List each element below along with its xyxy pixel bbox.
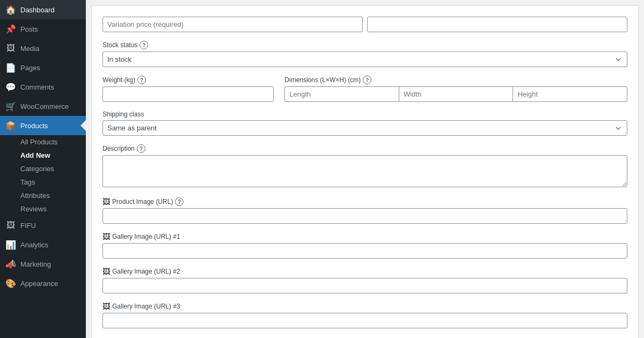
sidebar-item-products: 📦 Products All Products Add New Categori… xyxy=(0,116,86,216)
price-row xyxy=(103,17,627,32)
shipping-class-label: Shipping class xyxy=(103,111,627,118)
description-label: Description ? xyxy=(103,144,627,153)
sidebar-item-marketing-label: Marketing xyxy=(20,260,80,268)
product-image-icon: 🖼 xyxy=(103,197,110,206)
weight-input[interactable] xyxy=(103,86,274,102)
stock-status-label: Stock status ? xyxy=(103,41,627,49)
sidebar: 🏠 Dashboard 📌 Posts 🖼 Media 📄 Pages 💬 Co… xyxy=(0,0,86,338)
weight-help-icon[interactable]: ? xyxy=(137,76,146,84)
products-arrow xyxy=(80,120,86,131)
gallery-image2-input[interactable]: https://m.media-amazon.com/images/I/61WR… xyxy=(103,278,627,293)
gallery-image3-row: 🖼 Gallery Image (URL) #3 xyxy=(103,302,627,328)
main-content: Stock status ? In stock Out of stock On … xyxy=(86,0,644,338)
sidebar-item-appearance-row[interactable]: 🎨 Appearance xyxy=(0,274,86,293)
dashboard-icon: 🏠 xyxy=(5,4,16,15)
weight-dimensions-wrapper: Weight (kg) ? Dimensions (L×W×H) (cm) ? xyxy=(103,76,627,102)
submenu-add-new[interactable]: Add New xyxy=(0,149,86,162)
dimensions-label: Dimensions (L×W×H) (cm) ? xyxy=(284,76,627,84)
sidebar-item-analytics: 📊 Analytics xyxy=(0,235,86,254)
appearance-icon: 🎨 xyxy=(5,278,16,289)
sidebar-item-woocommerce: 🛒 WooCommerce xyxy=(0,97,86,116)
sidebar-item-dashboard-label: Dashboard xyxy=(20,6,80,14)
sidebar-item-media-row[interactable]: 🖼 Media xyxy=(0,39,86,58)
length-input[interactable] xyxy=(284,86,399,102)
sidebar-item-media-label: Media xyxy=(20,45,80,53)
comments-icon: 💬 xyxy=(5,82,16,92)
submenu-reviews[interactable]: Reviews xyxy=(0,202,86,216)
posts-icon: 📌 xyxy=(5,24,16,34)
stock-status-help-icon[interactable]: ? xyxy=(140,41,148,49)
dimensions-inputs xyxy=(284,86,627,102)
stock-status-row: Stock status ? In stock Out of stock On … xyxy=(103,41,627,67)
gallery-image2-row: 🖼 Gallery Image (URL) #2 https://m.media… xyxy=(103,267,627,293)
dimensions-help-icon[interactable]: ? xyxy=(363,76,371,84)
sidebar-item-products-label: Products xyxy=(20,122,80,130)
analytics-icon: 📊 xyxy=(5,239,16,250)
sidebar-item-posts-label: Posts xyxy=(20,25,80,33)
sidebar-item-pages: 📄 Pages xyxy=(0,58,86,77)
gallery-image3-label: 🖼 Gallery Image (URL) #3 xyxy=(103,302,627,311)
product-image-input[interactable]: https://m.media-amazon.com/images/I/91fw… xyxy=(103,208,627,224)
sidebar-item-dashboard-row[interactable]: 🏠 Dashboard xyxy=(0,0,86,19)
sidebar-item-appearance-label: Appearance xyxy=(20,280,80,288)
sidebar-item-analytics-label: Analytics xyxy=(20,241,80,249)
sidebar-item-dashboard: 🏠 Dashboard xyxy=(0,0,86,19)
description-help-icon[interactable]: ? xyxy=(137,144,145,153)
sidebar-item-pages-label: Pages xyxy=(20,64,80,72)
shipping-class-row: Shipping class Same as parent No shippin… xyxy=(103,111,627,136)
dimensions-section: Dimensions (L×W×H) (cm) ? xyxy=(284,76,627,102)
gallery-image1-input[interactable]: https://m.media-amazon.com/images/I/71Oq… xyxy=(103,243,627,259)
sidebar-item-products-row[interactable]: 📦 Products xyxy=(0,116,86,135)
product-image-row: 🖼 Product Image (URL) ? https://m.media-… xyxy=(103,197,627,224)
sidebar-item-pages-row[interactable]: 📄 Pages xyxy=(0,58,86,77)
gallery-image1-icon: 🖼 xyxy=(103,232,110,241)
fifu-icon: 🖼 xyxy=(5,220,16,231)
stock-status-select[interactable]: In stock Out of stock On backorder xyxy=(103,52,627,67)
weight-label: Weight (kg) ? xyxy=(103,76,274,84)
sidebar-item-posts-row[interactable]: 📌 Posts xyxy=(0,19,86,39)
form-content: Stock status ? In stock Out of stock On … xyxy=(91,5,639,338)
gallery-image1-label: 🖼 Gallery Image (URL) #1 xyxy=(103,232,627,241)
shipping-class-select[interactable]: Same as parent No shipping class xyxy=(103,120,627,136)
submenu-all-products[interactable]: All Products xyxy=(0,135,86,149)
submenu-categories[interactable]: Categories xyxy=(0,162,86,175)
products-submenu: All Products Add New Categories Tags Att… xyxy=(0,135,86,216)
pages-icon: 📄 xyxy=(5,62,16,73)
gallery-image3-input[interactable] xyxy=(103,313,627,328)
sidebar-item-woocommerce-row[interactable]: 🛒 WooCommerce xyxy=(0,97,86,116)
weight-section: Weight (kg) ? xyxy=(103,76,274,102)
variation-price-input[interactable] xyxy=(103,17,363,32)
sidebar-item-comments: 💬 Comments xyxy=(0,77,86,97)
gallery-image2-label: 🖼 Gallery Image (URL) #2 xyxy=(103,267,627,276)
products-icon: 📦 xyxy=(5,120,16,131)
product-image-help-icon[interactable]: ? xyxy=(175,197,184,206)
sidebar-item-fifu-row[interactable]: 🖼 FIFU xyxy=(0,216,86,235)
sidebar-item-posts: 📌 Posts xyxy=(0,19,86,39)
submenu-attributes[interactable]: Attributes xyxy=(0,189,86,202)
submenu-tags[interactable]: Tags xyxy=(0,175,86,189)
sidebar-item-comments-label: Comments xyxy=(20,83,80,91)
sidebar-item-media: 🖼 Media xyxy=(0,39,86,58)
width-input[interactable] xyxy=(399,86,513,102)
sidebar-item-fifu-label: FIFU xyxy=(20,222,80,230)
description-input[interactable] xyxy=(103,155,627,187)
sidebar-item-fifu: 🖼 FIFU xyxy=(0,216,86,235)
sidebar-item-marketing-row[interactable]: 📣 Marketing xyxy=(0,254,86,274)
sidebar-item-appearance: 🎨 Appearance xyxy=(0,274,86,293)
description-row: Description ? xyxy=(103,144,627,189)
gallery-image1-row: 🖼 Gallery Image (URL) #1 https://m.media… xyxy=(103,232,627,259)
sidebar-item-woocommerce-label: WooCommerce xyxy=(20,102,80,111)
gallery-image2-icon: 🖼 xyxy=(103,267,110,276)
woocommerce-icon: 🛒 xyxy=(5,101,16,112)
marketing-icon: 📣 xyxy=(5,259,16,269)
sidebar-item-marketing: 📣 Marketing xyxy=(0,254,86,274)
media-icon: 🖼 xyxy=(5,43,16,54)
sidebar-item-analytics-row[interactable]: 📊 Analytics xyxy=(0,235,86,254)
height-input[interactable] xyxy=(513,86,627,102)
variation-price-secondary-input[interactable] xyxy=(367,17,627,32)
product-image-label: 🖼 Product Image (URL) ? xyxy=(103,197,627,206)
gallery-image3-icon: 🖼 xyxy=(103,302,110,311)
sidebar-item-comments-row[interactable]: 💬 Comments xyxy=(0,77,86,97)
